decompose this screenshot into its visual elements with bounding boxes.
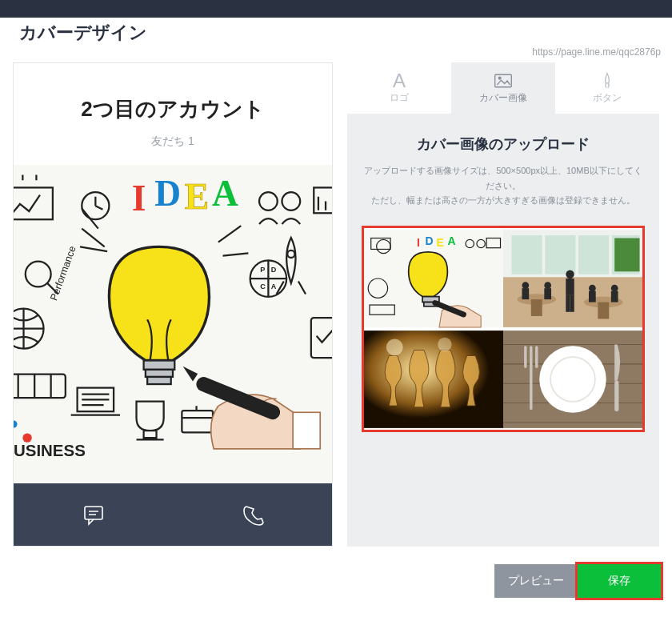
tab-label: カバー画像 (479, 91, 527, 105)
svg-rect-50 (545, 235, 575, 274)
panel-tabs: A ロゴ カバー画像 ボタン (347, 62, 659, 114)
tab-logo[interactable]: A ロゴ (347, 62, 451, 114)
svg-text:D: D (271, 266, 277, 274)
logo-icon: A (393, 72, 406, 90)
chat-icon (81, 502, 106, 527)
gallery-thumb-wine[interactable] (364, 329, 503, 430)
svg-point-22 (14, 421, 18, 428)
svg-point-75 (550, 357, 595, 402)
chat-button[interactable] (14, 483, 173, 546)
svg-point-31 (498, 77, 501, 79)
svg-rect-65 (544, 288, 551, 299)
svg-text:D: D (426, 234, 434, 247)
svg-rect-55 (531, 299, 542, 316)
friends-count: 友だち 1 (22, 134, 324, 149)
svg-text:E: E (436, 236, 443, 249)
tab-label: ボタン (593, 91, 622, 105)
tab-button[interactable]: ボタン (555, 62, 659, 114)
preview-button[interactable]: プレビュー (494, 564, 578, 598)
image-icon (494, 72, 513, 90)
top-dark-bar (0, 0, 672, 18)
business-text: BUSINESS (14, 441, 86, 459)
cover-image-preview: I D E A (14, 165, 332, 483)
svg-point-64 (544, 282, 551, 289)
svg-rect-9 (314, 187, 332, 213)
upload-title: カバー画像のアップロード (362, 134, 645, 154)
preview-pane: 2つ目のアカウント 友だち 1 I D E A (13, 62, 333, 547)
svg-rect-49 (511, 235, 542, 274)
svg-rect-18 (182, 411, 213, 432)
call-button[interactable] (173, 483, 332, 546)
tab-label: ロゴ (390, 91, 409, 105)
svg-rect-53 (614, 238, 639, 272)
svg-text:A: A (447, 234, 455, 247)
phone-icon (240, 502, 266, 527)
svg-rect-0 (144, 360, 175, 369)
svg-text:P: P (260, 266, 265, 274)
svg-point-7 (259, 192, 278, 210)
svg-rect-15 (14, 375, 66, 399)
svg-text:I: I (417, 236, 420, 249)
gallery-thumb-cafe[interactable] (503, 228, 642, 329)
svg-rect-57 (598, 302, 609, 319)
svg-point-58 (566, 270, 574, 278)
svg-rect-59 (566, 278, 574, 295)
gallery-thumb-plate[interactable] (503, 329, 642, 430)
footer-actions: プレビュー 保存 (0, 547, 672, 598)
svg-point-68 (611, 285, 618, 292)
upload-hint-2: ただし、幅または高さの一方が大きすぎる画像は登録できません。 (362, 193, 645, 208)
performance-text: Performance (48, 245, 78, 302)
preview-bottom-bar (14, 483, 332, 546)
save-button[interactable]: 保存 (578, 564, 661, 598)
svg-point-10 (287, 250, 294, 258)
upload-hint-1: アップロードする画像サイズは、500×500px以上、10MB以下にしてください… (362, 163, 645, 193)
svg-text:D: D (154, 173, 181, 214)
svg-rect-2 (147, 377, 171, 384)
svg-point-66 (589, 285, 596, 292)
svg-rect-76 (614, 381, 618, 411)
svg-rect-29 (85, 507, 102, 519)
svg-rect-61 (570, 295, 574, 312)
tab-cover-image[interactable]: カバー画像 (451, 62, 555, 114)
sample-gallery: IDEA (362, 226, 645, 432)
svg-rect-19 (311, 318, 332, 358)
settings-panel: A ロゴ カバー画像 ボタン カバー画像のアップロード アップロードする画像サイ… (347, 62, 659, 547)
svg-point-62 (522, 282, 529, 289)
brush-icon (598, 72, 617, 90)
gallery-thumb-idea[interactable]: IDEA (364, 228, 503, 329)
svg-rect-21 (293, 412, 320, 448)
svg-rect-1 (146, 370, 173, 377)
svg-text:A: A (271, 282, 277, 290)
svg-point-72 (438, 338, 451, 351)
svg-point-14 (26, 262, 51, 287)
svg-point-71 (386, 339, 403, 356)
svg-text:E: E (185, 176, 209, 217)
svg-text:C: C (260, 282, 266, 290)
svg-rect-51 (578, 235, 609, 274)
svg-rect-63 (522, 288, 529, 299)
svg-rect-67 (589, 291, 596, 302)
svg-point-8 (282, 192, 300, 210)
svg-rect-60 (566, 295, 570, 312)
page-url: https://page.line.me/qqc2876p (0, 46, 672, 62)
svg-rect-69 (611, 291, 618, 302)
account-name: 2つ目のアカウント (22, 95, 324, 123)
svg-text:A: A (212, 173, 238, 214)
svg-text:I: I (132, 178, 146, 218)
page-title: カバーデザイン (0, 18, 672, 46)
svg-rect-70 (364, 331, 503, 428)
